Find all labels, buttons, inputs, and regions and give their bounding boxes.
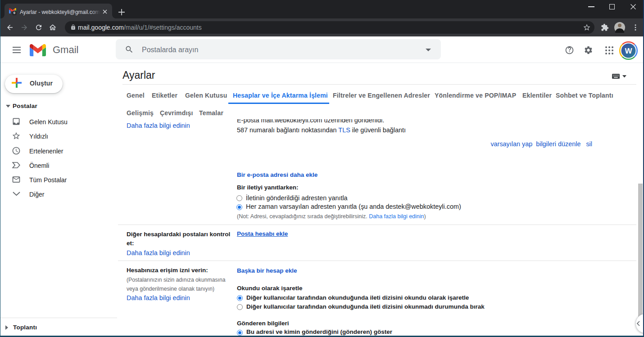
svg-text:W: W [625,47,632,55]
